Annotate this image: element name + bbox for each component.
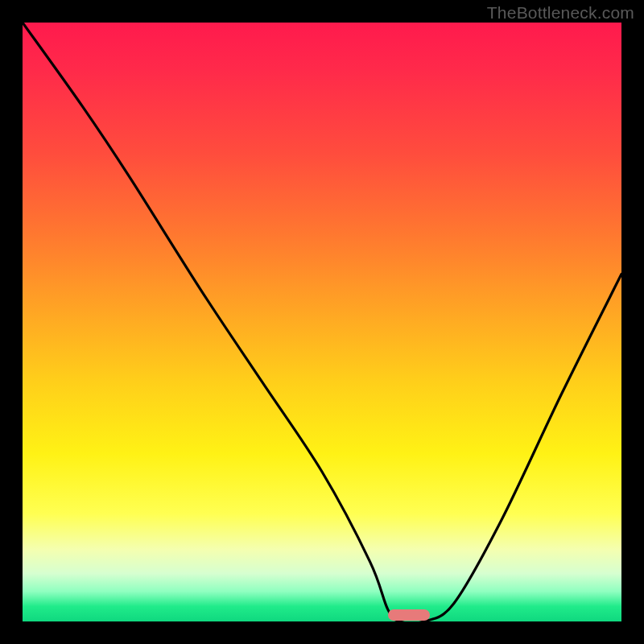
chart-stage: TheBottleneck.com bbox=[0, 0, 644, 644]
optimal-range-marker bbox=[388, 609, 430, 621]
curve-path bbox=[23, 23, 621, 621]
bottleneck-curve bbox=[23, 23, 621, 621]
watermark-text: TheBottleneck.com bbox=[487, 3, 634, 23]
plot-area bbox=[23, 23, 621, 621]
